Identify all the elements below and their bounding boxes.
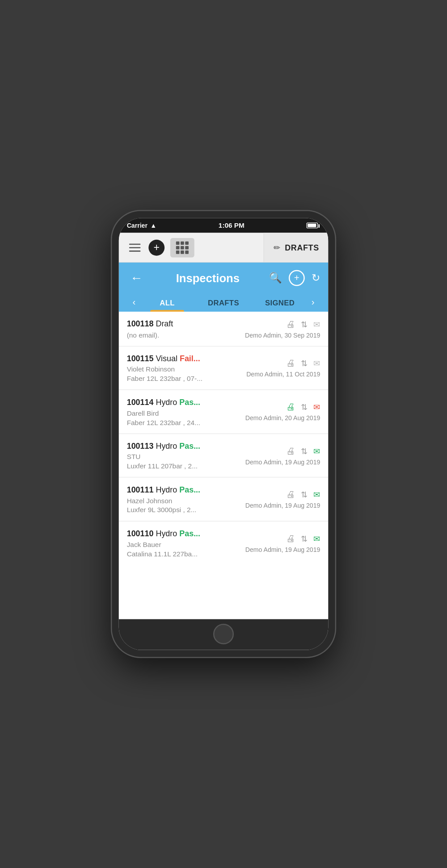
mail-icon[interactable]: ✉: [313, 403, 320, 412]
item-meta: Demo Admin, 19 Aug 2019: [245, 502, 320, 509]
tab-all[interactable]: ALL: [139, 292, 195, 311]
item-id: 100111: [127, 485, 154, 494]
tab-drafts-label: DRAFTS: [208, 298, 239, 307]
add-inspection-button[interactable]: +: [289, 270, 305, 286]
item-status: Pas...: [179, 397, 200, 406]
status-carrier: Carrier ▲: [127, 222, 157, 229]
mail-icon[interactable]: ✉: [313, 359, 320, 368]
print-icon[interactable]: 🖨: [286, 533, 295, 543]
item-status: Pas...: [179, 529, 200, 538]
list-item[interactable]: 100110 Hydro Pas... Jack Bauer Catalina …: [119, 522, 328, 565]
status-bar: Carrier ▲ 1:06 PM: [119, 218, 328, 233]
drafts-label: DRAFTS: [285, 243, 319, 252]
item-info: 100113 Hydro Pas... STU Luxfer 11L 207ba…: [127, 441, 240, 470]
item-extra: Faber 12L 232bar , 07-...: [127, 375, 240, 383]
list-item[interactable]: 100115 Visual Fail... Violet Robinson Fa…: [119, 346, 328, 390]
item-extra: Luxfer 9L 3000psi , 2...: [127, 506, 240, 514]
add-circle-icon: +: [294, 273, 299, 283]
tab-drafts[interactable]: DRAFTS: [195, 292, 252, 311]
item-type: Hydro: [156, 485, 179, 494]
item-type: Visual: [156, 354, 179, 363]
item-status: Fail...: [180, 354, 200, 363]
top-toolbar: + ✏ DRAFTS: [119, 233, 328, 263]
add-button[interactable]: +: [148, 239, 164, 255]
mail-icon[interactable]: ✉: [313, 320, 320, 329]
print-icon[interactable]: 🖨: [286, 489, 295, 500]
item-id: 100113: [127, 441, 154, 450]
tab-left-arrow[interactable]: ‹: [129, 292, 139, 312]
item-id: 100118: [127, 319, 154, 328]
item-subtitle: (no email).: [127, 331, 240, 339]
tabs-row: ‹ ALL DRAFTS SIGNED ›: [127, 292, 320, 312]
mail-icon[interactable]: ✉: [313, 447, 320, 455]
item-icon-row: 🖨 ⇅ ✉: [286, 489, 320, 500]
item-title: 100111 Hydro Pas...: [127, 484, 240, 496]
item-icon-row: 🖨 ⇅ ✉: [286, 402, 320, 412]
print-icon[interactable]: 🖨: [286, 358, 295, 368]
item-actions: 🖨 ⇅ ✉ Demo Admin, 19 Aug 2019: [240, 489, 320, 509]
item-subtitle: Violet Robinson: [127, 366, 240, 374]
status-time: 1:06 PM: [219, 221, 245, 230]
drafts-button[interactable]: ✏ DRAFTS: [264, 233, 328, 262]
item-icon-row: 🖨 ⇅ ✉: [286, 446, 320, 456]
plus-icon: +: [154, 242, 160, 253]
item-icon-row: 🖨 ⇅ ✉: [286, 358, 320, 368]
item-title: 100114 Hydro Pas...: [127, 397, 240, 408]
sort-icon: ⇅: [301, 534, 308, 543]
print-icon[interactable]: 🖨: [286, 319, 295, 329]
inspections-list: 100118 Draft (no email). 🖨 ⇅ ✉ Demo Admi…: [119, 312, 328, 619]
grid-view-button[interactable]: [170, 238, 194, 257]
tab-right-arrow[interactable]: ›: [308, 292, 318, 312]
item-info: 100110 Hydro Pas... Jack Bauer Catalina …: [127, 528, 240, 558]
item-info: 100111 Hydro Pas... Hazel Johnson Luxfer…: [127, 484, 240, 514]
item-type: Draft: [156, 319, 173, 328]
item-type: Hydro: [156, 529, 179, 538]
item-id: 100114: [127, 397, 154, 406]
mail-icon[interactable]: ✉: [313, 534, 320, 543]
item-subtitle: Hazel Johnson: [127, 497, 240, 505]
item-meta: Demo Admin, 19 Aug 2019: [245, 546, 320, 553]
battery-icon: [307, 222, 318, 228]
back-button[interactable]: ←: [127, 269, 147, 286]
refresh-button[interactable]: ↻: [312, 271, 320, 284]
list-item[interactable]: 100113 Hydro Pas... STU Luxfer 11L 207ba…: [119, 434, 328, 478]
item-extra: Catalina 11.1L 227ba...: [127, 550, 240, 558]
item-meta: Demo Admin, 11 Oct 2019: [246, 371, 320, 377]
item-extra: Faber 12L 232bar , 24...: [127, 418, 240, 426]
item-subtitle: Darell Bird: [127, 409, 240, 417]
item-title: 100118 Draft: [127, 318, 240, 330]
item-type: Hydro: [156, 441, 179, 450]
item-subtitle: Jack Bauer: [127, 541, 240, 549]
search-button[interactable]: 🔍: [269, 271, 282, 284]
list-item[interactable]: 100114 Hydro Pas... Darell Bird Faber 12…: [119, 390, 328, 434]
page-header: ← Inspections 🔍 + ↻ ‹ ALL DRAFTS: [119, 263, 328, 312]
phone-frame: Carrier ▲ 1:06 PM +: [112, 211, 335, 657]
mail-icon[interactable]: ✉: [313, 490, 320, 499]
home-button[interactable]: [213, 624, 234, 644]
item-icon-row: 🖨 ⇅ ✉: [286, 319, 320, 329]
sort-icon: ⇅: [301, 320, 308, 329]
sort-icon: ⇅: [301, 490, 308, 499]
toolbar-left: +: [119, 238, 264, 257]
item-title: 100115 Visual Fail...: [127, 353, 240, 364]
list-item[interactable]: 100118 Draft (no email). 🖨 ⇅ ✉ Demo Admi…: [119, 312, 328, 346]
item-status: Pas...: [179, 485, 200, 494]
list-item[interactable]: 100111 Hydro Pas... Hazel Johnson Luxfer…: [119, 478, 328, 522]
status-battery: [307, 222, 318, 228]
item-actions: 🖨 ⇅ ✉ Demo Admin, 19 Aug 2019: [240, 533, 320, 553]
header-actions: 🔍 + ↻: [269, 270, 320, 286]
item-meta: Demo Admin, 20 Aug 2019: [245, 414, 320, 421]
item-meta: Demo Admin, 19 Aug 2019: [245, 459, 320, 465]
item-meta: Demo Admin, 30 Sep 2019: [245, 332, 320, 338]
tab-signed[interactable]: SIGNED: [252, 292, 308, 311]
hamburger-button[interactable]: [127, 241, 143, 254]
carrier-label: Carrier: [127, 222, 148, 229]
tab-signed-label: SIGNED: [265, 298, 295, 307]
tab-all-label: ALL: [160, 298, 174, 307]
item-info: 100118 Draft (no email).: [127, 318, 240, 339]
sort-icon: ⇅: [301, 359, 308, 368]
print-icon[interactable]: 🖨: [286, 402, 295, 412]
print-icon[interactable]: 🖨: [286, 446, 295, 456]
home-button-area: [119, 619, 328, 650]
sort-icon: ⇅: [301, 447, 308, 455]
